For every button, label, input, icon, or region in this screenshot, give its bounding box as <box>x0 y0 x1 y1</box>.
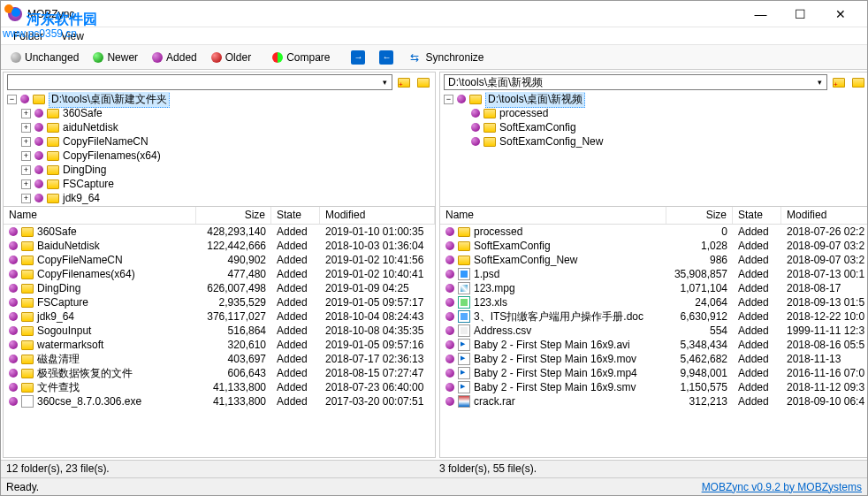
col-state[interactable]: State <box>271 207 320 224</box>
tree-node[interactable]: SoftExamConfig_New <box>440 134 868 149</box>
state-icon <box>445 227 454 236</box>
filter-older-button[interactable]: Older <box>205 49 257 66</box>
file-icon <box>458 339 470 351</box>
credits-link[interactable]: MOBZync v0.9.2 by MOBZystems <box>702 481 862 493</box>
col-name[interactable]: Name <box>440 207 666 224</box>
filter-added-button[interactable]: Added <box>146 49 203 66</box>
arrow-right-icon: → <box>351 50 365 65</box>
state-icon <box>9 326 18 335</box>
tree-root[interactable]: −D:\tools\桌面\新视频 <box>440 92 868 106</box>
table-row[interactable]: 极强数据恢复的文件606,643Added2018-08-15 07:27:47 <box>4 366 435 380</box>
menu-view[interactable]: View <box>52 28 93 44</box>
tree-node[interactable]: +aiduNetdisk <box>4 120 435 134</box>
left-grid-header[interactable]: Name Size State Modified <box>4 207 435 225</box>
state-icon <box>445 397 454 406</box>
state-icon <box>445 241 454 250</box>
file-icon <box>458 268 470 280</box>
table-row[interactable]: Baby 2 - First Step Main 16x9.smv1,150,5… <box>440 380 868 394</box>
tree-node[interactable]: +DingDing <box>4 163 435 177</box>
added-icon <box>152 52 163 63</box>
table-row[interactable]: BaiduNetdisk122,442,666Added2018-10-03 0… <box>4 239 435 253</box>
table-row[interactable]: watermarksoft320,610Added2019-01-05 09:5… <box>4 338 435 352</box>
dropdown-icon[interactable]: ▾ <box>377 78 392 87</box>
folder-icon <box>852 78 864 88</box>
close-button[interactable]: ✕ <box>820 2 860 27</box>
minimize-button[interactable]: — <box>741 2 780 27</box>
tree-node[interactable]: +SogouInput <box>4 205 435 206</box>
table-row[interactable]: CopyFilenames(x64)477,480Added2019-01-02… <box>4 267 435 281</box>
table-row[interactable]: 360cse_8.7.0.306.exe41,133,800Added2017-… <box>4 394 435 408</box>
table-row[interactable]: processed0Added2018-07-26 02:2 <box>440 225 868 239</box>
table-row[interactable]: 1.psd35,908,857Added2018-07-13 00:1 <box>440 267 868 281</box>
table-row[interactable]: 123.xls24,064Added2018-09-13 01:5 <box>440 295 868 309</box>
right-browse-button[interactable] <box>831 74 847 90</box>
tree-node[interactable]: processed <box>440 106 868 120</box>
table-row[interactable]: SoftExamConfig_New986Added2018-09-07 03:… <box>440 253 868 267</box>
compare-button[interactable]: Compare <box>266 49 336 66</box>
right-tree[interactable]: −D:\tools\桌面\新视频processedSoftExamConfigS… <box>440 92 868 207</box>
col-modified[interactable]: Modified <box>320 207 435 224</box>
table-row[interactable]: SogouInput516,864Added2018-10-08 04:35:3… <box>4 324 435 338</box>
state-icon <box>445 256 454 264</box>
table-row[interactable]: 123.mpg1,071,104Added2018-08-17 <box>440 281 868 295</box>
state-icon <box>445 298 454 307</box>
state-icon <box>9 241 18 250</box>
table-row[interactable]: Baby 2 - First Step Main 16x9.avi5,348,4… <box>440 338 868 352</box>
folder-icon <box>21 227 34 237</box>
tree-node[interactable]: +CopyFilenames(x64) <box>4 149 435 163</box>
table-row[interactable]: Address.csv554Added1999-11-11 12:3 <box>440 324 868 338</box>
left-summary: 12 folder(s), 23 file(s). <box>1 461 434 477</box>
copy-right-button[interactable]: → <box>345 48 371 67</box>
table-row[interactable]: DingDing626,007,498Added2019-01-09 04:25 <box>4 281 435 295</box>
left-folder-button[interactable] <box>415 74 431 90</box>
left-path-combo[interactable]: ▾ <box>7 74 392 90</box>
tree-node[interactable]: SoftExamConfig <box>440 120 868 134</box>
maximize-button[interactable]: ☐ <box>780 2 820 27</box>
table-row[interactable]: 文件查找41,133,800Added2018-07-23 06:40:00 <box>4 380 435 394</box>
menu-folder[interactable]: Folder <box>4 28 52 44</box>
col-size[interactable]: Size <box>666 207 733 224</box>
col-name[interactable]: Name <box>4 207 196 224</box>
table-row[interactable]: jdk9_64376,117,027Added2018-10-04 08:24:… <box>4 309 435 324</box>
state-icon <box>9 227 18 236</box>
table-row[interactable]: Baby 2 - First Step Main 16x9.mov5,462,6… <box>440 352 868 366</box>
folder-icon <box>21 284 34 294</box>
state-icon <box>445 326 454 335</box>
file-icon <box>458 381 470 393</box>
synchronize-button[interactable]: ⇆Synchronize <box>401 48 490 67</box>
col-size[interactable]: Size <box>196 207 271 224</box>
table-row[interactable]: Baby 2 - First Step Main 16x9.mp49,948,0… <box>440 366 868 380</box>
dropdown-icon[interactable]: ▾ <box>812 78 826 87</box>
right-path-combo[interactable]: D:\tools\桌面\新视频 ▾ <box>444 74 827 90</box>
state-icon <box>445 383 454 392</box>
table-row[interactable]: crack.rar312,213Added2018-09-10 06:4 <box>440 394 868 408</box>
state-icon <box>445 284 454 293</box>
col-state[interactable]: State <box>733 207 781 224</box>
table-row[interactable]: SoftExamConfig1,028Added2018-09-07 03:2 <box>440 239 868 253</box>
left-browse-button[interactable] <box>396 74 412 90</box>
state-icon <box>9 256 18 264</box>
tree-node[interactable]: +CopyFileNameCN <box>4 134 435 149</box>
left-tree[interactable]: −D:\tools\桌面\新建文件夹+360Safe+aiduNetdisk+C… <box>4 92 435 207</box>
state-icon <box>445 312 454 321</box>
compare-icon <box>272 52 283 63</box>
table-row[interactable]: 3、ITS扣缴客户端用户操作手册.doc6,630,912Added2018-1… <box>440 309 868 324</box>
copy-left-button[interactable]: ← <box>373 48 400 67</box>
tree-root[interactable]: −D:\tools\桌面\新建文件夹 <box>4 92 435 106</box>
state-icon <box>9 312 18 321</box>
table-row[interactable]: 360Safe428,293,140Added2019-01-10 01:00:… <box>4 225 435 239</box>
table-row[interactable]: 磁盘清理403,697Added2018-07-17 02:36:13 <box>4 352 435 366</box>
right-folder-button[interactable] <box>850 74 866 90</box>
col-modified[interactable]: Modified <box>781 207 868 224</box>
tree-node[interactable]: +jdk9_64 <box>4 191 435 205</box>
tree-node[interactable]: +360Safe <box>4 106 435 120</box>
right-grid-header[interactable]: Name Size State Modified <box>440 207 868 225</box>
older-icon <box>211 52 222 63</box>
filter-newer-button[interactable]: Newer <box>87 49 144 66</box>
table-row[interactable]: CopyFileNameCN490,902Added2019-01-02 10:… <box>4 253 435 267</box>
tree-node[interactable]: +FSCapture <box>4 177 435 191</box>
filter-unchanged-button[interactable]: Unchanged <box>4 49 85 66</box>
table-row[interactable]: FSCapture2,935,529Added2019-01-05 09:57:… <box>4 295 435 309</box>
state-icon <box>445 369 454 378</box>
status-bar: Ready. MOBZync v0.9.2 by MOBZystems <box>1 477 867 495</box>
